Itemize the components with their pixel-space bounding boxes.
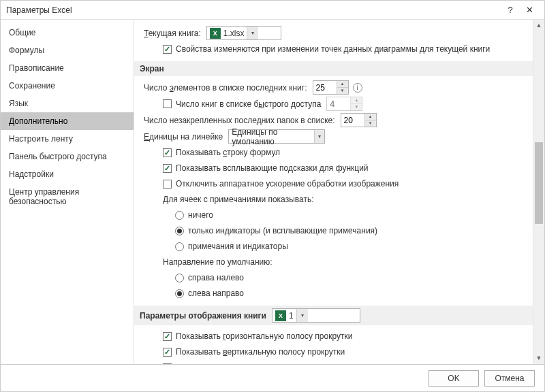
excel-icon: X: [210, 28, 221, 39]
direction-label: Направление по умолчанию:: [163, 257, 272, 267]
sidebar-item[interactable]: Надстройки: [1, 165, 134, 183]
footer: OK Отмена: [1, 364, 544, 391]
comments-label: Для ячеек с примечаниями показывать:: [163, 195, 314, 204]
unpinned-label: Число незакрепленных последних папок в с…: [144, 116, 335, 125]
direction-option-label: слева направо: [188, 289, 244, 298]
unpinned-spinner[interactable]: ▲▼: [341, 113, 377, 127]
hw-accel-checkbox[interactable]: [163, 180, 172, 189]
info-icon[interactable]: i: [353, 83, 362, 93]
comments-option-label: примечания и индикаторы: [188, 242, 288, 251]
recent-count-input[interactable]: [313, 81, 334, 94]
sidebar-item[interactable]: Центр управления безопасностью: [1, 183, 134, 210]
cancel-button[interactable]: Отмена: [484, 370, 535, 387]
quick-access-spinner: ▲▼: [326, 97, 362, 111]
workbook-combo[interactable]: X 1 ▾: [272, 308, 360, 323]
comments-radio[interactable]: [175, 227, 184, 235]
ruler-units-combo[interactable]: Единицы по умолчанию ▾: [228, 129, 325, 144]
sidebar-item[interactable]: Правописание: [1, 59, 134, 77]
hw-accel-label: Отключить аппаратное ускорение обработки…: [176, 179, 399, 189]
sidebar-item[interactable]: Сохранение: [1, 77, 134, 95]
chart-props-checkbox[interactable]: [163, 45, 172, 54]
formula-bar-checkbox[interactable]: [163, 148, 172, 157]
main-panel: Текущая книга: X 1.xlsx ▾ Свойства измен…: [134, 20, 533, 364]
tabs-label: Показывать ярлычки листов: [176, 363, 283, 364]
chevron-down-icon: ▾: [296, 309, 308, 322]
chart-props-label: Свойства изменяются при изменении точек …: [176, 44, 490, 54]
quick-access-label: Число книг в списке быстрого доступа: [176, 99, 321, 109]
h-scroll-label: Показывать горизонтальную полосу прокрут…: [176, 331, 352, 341]
chevron-down-icon: ▾: [314, 130, 324, 143]
sidebar-item[interactable]: Дополнительно: [1, 112, 134, 130]
sidebar: ОбщиеФормулыПравописаниеСохранениеЯзыкДо…: [1, 20, 134, 364]
scroll-down-icon[interactable]: ▼: [533, 353, 544, 364]
content: ОбщиеФормулыПравописаниеСохранениеЯзыкДо…: [1, 20, 544, 364]
sidebar-item[interactable]: Панель быстрого доступа: [1, 148, 134, 165]
quick-access-checkbox[interactable]: [163, 99, 172, 108]
comments-option-label: ничего: [188, 210, 213, 220]
comments-radio[interactable]: [175, 211, 184, 220]
scroll-up-icon[interactable]: ▲: [533, 20, 544, 31]
h-scroll-checkbox[interactable]: [163, 332, 172, 341]
v-scroll-label: Показывать вертикальную полосу прокрутки: [176, 347, 345, 357]
comments-radio[interactable]: [175, 242, 184, 251]
sidebar-item[interactable]: Язык: [1, 95, 134, 112]
direction-option-label: справа налево: [188, 273, 244, 282]
scroll-thumb[interactable]: [535, 142, 543, 224]
sidebar-item[interactable]: Общие: [1, 24, 134, 42]
current-workbook-label: Текущая книга:: [144, 29, 201, 38]
section-screen: Экран: [134, 61, 533, 76]
recent-count-spinner[interactable]: ▲▼: [313, 80, 349, 95]
titlebar: Параметры Excel ? ✕: [1, 1, 544, 20]
ok-button[interactable]: OK: [429, 370, 479, 387]
section-workbook: Параметры отображения книги X 1 ▾: [134, 306, 533, 325]
close-button[interactable]: ✕: [520, 5, 539, 15]
formula-bar-label: Показывать строку формул: [176, 148, 280, 157]
tooltips-checkbox[interactable]: [163, 164, 172, 173]
spinner-arrows[interactable]: ▲▼: [337, 81, 348, 94]
recent-count-label: Число элементов в списке последних книг:: [144, 83, 307, 93]
excel-icon: X: [275, 310, 286, 321]
direction-radio[interactable]: [175, 289, 184, 298]
chevron-down-icon: ▾: [247, 27, 258, 39]
tooltips-label: Показывать всплывающие подсказки для фун…: [176, 163, 369, 173]
main-wrap: Текущая книга: X 1.xlsx ▾ Свойства измен…: [134, 20, 544, 364]
comments-option-label: только индикаторы (и всплывающие примеча…: [188, 226, 377, 235]
ruler-units-label: Единицы на линейке: [144, 132, 223, 142]
help-button[interactable]: ?: [501, 5, 520, 15]
sidebar-item[interactable]: Настроить ленту: [1, 130, 134, 148]
scrollbar[interactable]: ▲ ▼: [533, 20, 544, 364]
current-workbook-value: 1.xlsx: [223, 29, 245, 38]
v-scroll-checkbox[interactable]: [163, 348, 172, 357]
current-workbook-combo[interactable]: X 1.xlsx ▾: [206, 26, 281, 40]
direction-radio[interactable]: [175, 274, 184, 282]
tabs-checkbox[interactable]: [163, 363, 172, 365]
window-title: Параметры Excel: [6, 5, 501, 15]
sidebar-item[interactable]: Формулы: [1, 42, 134, 59]
